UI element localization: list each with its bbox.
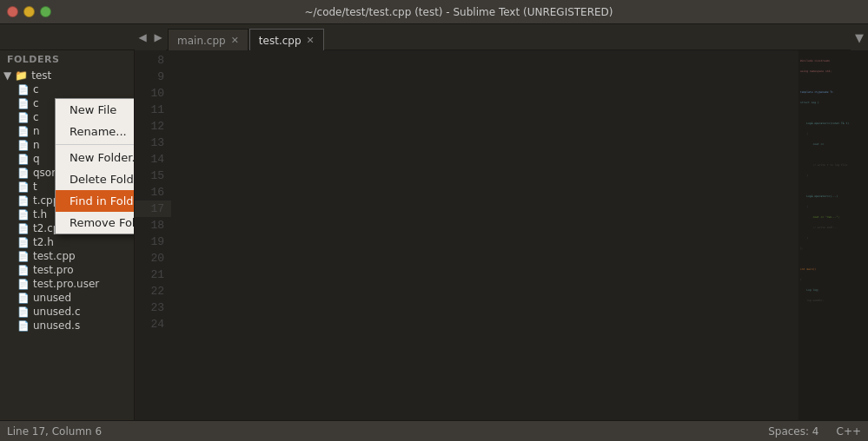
minimap[interactable]: #include <iostream> using namespace std;…	[798, 50, 868, 420]
sidebar-folder-test[interactable]: ▼ 📁 test	[0, 69, 134, 82]
menu-delete-folder[interactable]: Delete Folder	[56, 168, 135, 190]
tab-test-cpp[interactable]: test.cpp ✕	[249, 29, 324, 51]
sidebar-file-testprouser-label: test.pro.user	[33, 278, 99, 290]
sidebar-file-t2h-label: t2.h	[33, 236, 54, 248]
statusbar: Line 17, Column 6 Spaces: 4 C++	[0, 420, 868, 441]
sidebar-header: FOLDERS	[0, 50, 134, 69]
sidebar-folder-test-label: test	[31, 69, 51, 82]
menu-new-file[interactable]: New File	[56, 99, 135, 121]
file-icon: 📄	[17, 237, 30, 248]
statusbar-right: Spaces: 4 C++	[768, 425, 861, 438]
context-menu: New File Rename... New Folder... Delete …	[55, 98, 135, 234]
menu-remove-folder[interactable]: Remove Folder from Project	[56, 212, 135, 234]
file-icon: 📄	[17, 84, 30, 95]
menu-find-in-folder-label: Find in Folder...	[70, 194, 135, 207]
sidebar-file-testprouser[interactable]: 📄 test.pro.user	[0, 277, 134, 291]
folder-open-icon: ▼	[3, 69, 11, 82]
sidebar-file-t2h[interactable]: 📄 t2.h	[0, 235, 134, 249]
sidebar-file-unused[interactable]: 📄 unused	[0, 291, 134, 305]
file-icon: 📄	[17, 140, 30, 151]
titlebar: ~/code/test/test.cpp (test) - Sublime Te…	[0, 0, 868, 24]
window-title: ~/code/test/test.cpp (test) - Sublime Te…	[56, 6, 861, 18]
tab-nav-arrows: ◀ ▶	[135, 24, 166, 50]
main-area: FOLDERS ▼ 📁 test 📄 c 📄 c 📄 c 📄 n 📄 n	[0, 50, 868, 420]
sidebar-file-c1-label: c	[33, 83, 39, 95]
menu-find-in-folder[interactable]: Find in Folder...	[56, 190, 135, 212]
sidebar-file-c2-label: c	[33, 97, 39, 109]
statusbar-language: C++	[837, 425, 862, 438]
file-icon: 📄	[17, 98, 30, 109]
sidebar: FOLDERS ▼ 📁 test 📄 c 📄 c 📄 c 📄 n 📄 n	[0, 50, 135, 420]
sidebar-file-unusedc-label: unused.c	[33, 306, 80, 318]
sidebar-file-testpro[interactable]: 📄 test.pro	[0, 263, 134, 277]
tab-main-cpp-close[interactable]: ✕	[231, 35, 239, 46]
file-icon: 📄	[17, 112, 30, 123]
tab-main-cpp-label: main.cpp	[177, 35, 226, 47]
tab-dropdown-button[interactable]: ▼	[851, 24, 868, 50]
maximize-button[interactable]	[40, 6, 51, 17]
menu-new-folder[interactable]: New Folder...	[56, 147, 135, 168]
sidebar-file-th-label: t.h	[33, 208, 47, 220]
menu-rename[interactable]: Rename...	[56, 121, 135, 142]
file-icon: 📄	[17, 168, 30, 179]
sidebar-file-unused-label: unused	[33, 292, 71, 304]
minimap-content: #include <iostream> using namespace std;…	[798, 50, 868, 311]
statusbar-position: Line 17, Column 6	[7, 425, 102, 438]
tab-main-cpp[interactable]: main.cpp ✕	[168, 29, 248, 51]
statusbar-spaces: Spaces: 4	[768, 425, 818, 438]
menu-remove-folder-label: Remove Folder from Project	[70, 216, 135, 229]
sidebar-file-n2-label: n	[33, 139, 40, 151]
menu-delete-folder-label: Delete Folder	[70, 173, 135, 186]
close-button[interactable]	[7, 6, 18, 17]
sidebar-file-q-label: q	[33, 153, 40, 165]
sidebar-file-testcpp[interactable]: 📄 test.cpp	[0, 249, 134, 263]
line-numbers: 8 9 10 11 12 13 14 15 16 17 18 19 20 21 …	[135, 50, 171, 420]
file-icon: 📄	[17, 251, 30, 262]
file-icon: 📄	[17, 126, 30, 137]
tab-next-button[interactable]: ▶	[150, 24, 166, 50]
sidebar-file-c3-label: c	[33, 111, 39, 123]
tab-test-cpp-close[interactable]: ✕	[307, 35, 315, 46]
minimize-button[interactable]	[23, 6, 35, 17]
sidebar-file-n1-label: n	[33, 125, 40, 137]
menu-new-folder-label: New Folder...	[70, 151, 135, 164]
file-icon: 📄	[17, 265, 30, 276]
folder-icon: 📁	[15, 69, 28, 82]
sidebar-file-testpro-label: test.pro	[33, 264, 74, 276]
code-editor[interactable]: // write t to log file. } Log& operator<…	[171, 50, 798, 420]
file-icon: 📄	[17, 279, 30, 290]
file-icon: 📄	[17, 209, 30, 220]
sidebar-file-unusedc[interactable]: 📄 unused.c	[0, 305, 134, 319]
tab-prev-button[interactable]: ◀	[135, 24, 150, 50]
file-icon: 📄	[17, 223, 30, 234]
sidebar-file-testcpp-label: test.cpp	[33, 250, 76, 262]
file-icon: 📄	[17, 320, 30, 332]
editor[interactable]: 8 9 10 11 12 13 14 15 16 17 18 19 20 21 …	[135, 50, 868, 420]
file-icon: 📄	[17, 306, 30, 318]
file-icon: 📄	[17, 154, 30, 165]
sidebar-file-unuseds-label: unused.s	[33, 319, 80, 332]
file-icon: 📄	[17, 181, 30, 193]
file-icon: 📄	[17, 195, 30, 207]
file-icon: 📄	[17, 293, 30, 304]
menu-new-file-label: New File	[70, 103, 116, 116]
tab-test-cpp-label: test.cpp	[259, 35, 301, 47]
menu-separator-1	[56, 144, 135, 145]
sidebar-file-t-label: t	[33, 181, 37, 193]
menu-rename-label: Rename...	[70, 125, 127, 138]
sidebar-file-unuseds[interactable]: 📄 unused.s	[0, 319, 134, 332]
sidebar-file-c1[interactable]: 📄 c	[0, 82, 134, 96]
